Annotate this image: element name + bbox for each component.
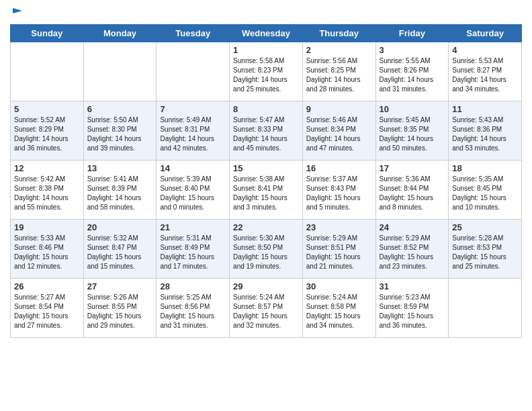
day-info: Sunrise: 5:52 AMSunset: 8:29 PMDaylight:… xyxy=(14,116,80,153)
day-info: Sunrise: 5:35 AMSunset: 8:45 PMDaylight:… xyxy=(452,175,518,212)
calendar-cell: 26Sunrise: 5:27 AMSunset: 8:54 PMDayligh… xyxy=(11,279,84,338)
weekday-header-saturday: Saturday xyxy=(449,25,522,42)
calendar-cell xyxy=(83,42,157,101)
calendar-cell: 3Sunrise: 5:55 AMSunset: 8:26 PMDaylight… xyxy=(375,42,449,101)
calendar-week-row: 19Sunrise: 5:33 AMSunset: 8:46 PMDayligh… xyxy=(11,220,522,279)
calendar-week-row: 5Sunrise: 5:52 AMSunset: 8:29 PMDaylight… xyxy=(11,101,522,161)
day-info: Sunrise: 5:29 AMSunset: 8:52 PMDaylight:… xyxy=(380,234,445,271)
calendar-cell: 17Sunrise: 5:36 AMSunset: 8:44 PMDayligh… xyxy=(375,161,449,220)
day-number: 23 xyxy=(306,222,372,232)
day-number: 14 xyxy=(160,163,226,173)
calendar-week-row: 26Sunrise: 5:27 AMSunset: 8:54 PMDayligh… xyxy=(11,279,522,338)
day-number: 4 xyxy=(452,45,518,55)
calendar-cell: 29Sunrise: 5:24 AMSunset: 8:57 PMDayligh… xyxy=(230,279,303,338)
day-info: Sunrise: 5:45 AMSunset: 8:35 PMDaylight:… xyxy=(380,116,445,153)
day-info: Sunrise: 5:49 AMSunset: 8:31 PMDaylight:… xyxy=(160,116,226,153)
calendar-cell: 30Sunrise: 5:24 AMSunset: 8:58 PMDayligh… xyxy=(302,279,375,338)
calendar-cell: 4Sunrise: 5:53 AMSunset: 8:27 PMDaylight… xyxy=(449,42,522,101)
day-number: 29 xyxy=(233,281,299,291)
day-info: Sunrise: 5:47 AMSunset: 8:33 PMDaylight:… xyxy=(233,116,299,153)
calendar-cell: 6Sunrise: 5:50 AMSunset: 8:30 PMDaylight… xyxy=(83,101,157,161)
calendar-cell: 25Sunrise: 5:28 AMSunset: 8:53 PMDayligh… xyxy=(449,220,522,279)
day-number: 24 xyxy=(380,222,445,232)
day-number: 30 xyxy=(306,281,372,291)
calendar-cell: 22Sunrise: 5:30 AMSunset: 8:50 PMDayligh… xyxy=(230,220,303,279)
day-number: 26 xyxy=(14,281,80,291)
calendar-cell: 13Sunrise: 5:41 AMSunset: 8:39 PMDayligh… xyxy=(83,161,157,220)
day-number: 3 xyxy=(380,45,445,55)
day-number: 22 xyxy=(233,222,299,232)
calendar-cell xyxy=(157,42,230,101)
calendar-cell xyxy=(449,279,522,338)
day-info: Sunrise: 5:46 AMSunset: 8:34 PMDaylight:… xyxy=(306,116,372,153)
calendar-cell: 27Sunrise: 5:26 AMSunset: 8:55 PMDayligh… xyxy=(83,279,157,338)
day-info: Sunrise: 5:38 AMSunset: 8:41 PMDaylight:… xyxy=(233,175,299,212)
day-info: Sunrise: 5:56 AMSunset: 8:25 PMDaylight:… xyxy=(306,56,372,94)
day-info: Sunrise: 5:41 AMSunset: 8:39 PMDaylight:… xyxy=(87,175,153,212)
logo-flag-icon xyxy=(11,7,24,19)
day-number: 15 xyxy=(233,163,299,173)
day-info: Sunrise: 5:36 AMSunset: 8:44 PMDaylight:… xyxy=(380,175,445,212)
day-info: Sunrise: 5:33 AMSunset: 8:46 PMDaylight:… xyxy=(14,234,80,271)
calendar-cell: 10Sunrise: 5:45 AMSunset: 8:35 PMDayligh… xyxy=(375,101,449,161)
page: SundayMondayTuesdayWednesdayThursdayFrid… xyxy=(0,0,532,411)
calendar-cell: 24Sunrise: 5:29 AMSunset: 8:52 PMDayligh… xyxy=(375,220,449,279)
day-number: 21 xyxy=(160,222,226,232)
day-number: 25 xyxy=(452,222,518,232)
day-info: Sunrise: 5:23 AMSunset: 8:59 PMDaylight:… xyxy=(380,293,445,330)
weekday-header-monday: Monday xyxy=(83,25,157,42)
day-number: 12 xyxy=(14,163,80,173)
day-info: Sunrise: 5:37 AMSunset: 8:43 PMDaylight:… xyxy=(306,175,372,212)
day-number: 17 xyxy=(380,163,445,173)
calendar-cell: 23Sunrise: 5:29 AMSunset: 8:51 PMDayligh… xyxy=(302,220,375,279)
day-info: Sunrise: 5:26 AMSunset: 8:55 PMDaylight:… xyxy=(87,293,153,330)
day-info: Sunrise: 5:39 AMSunset: 8:40 PMDaylight:… xyxy=(160,175,226,212)
calendar-cell: 31Sunrise: 5:23 AMSunset: 8:59 PMDayligh… xyxy=(375,279,449,338)
calendar-cell: 14Sunrise: 5:39 AMSunset: 8:40 PMDayligh… xyxy=(157,161,230,220)
day-info: Sunrise: 5:42 AMSunset: 8:38 PMDaylight:… xyxy=(14,175,80,212)
calendar-cell: 20Sunrise: 5:32 AMSunset: 8:47 PMDayligh… xyxy=(83,220,157,279)
day-info: Sunrise: 5:27 AMSunset: 8:54 PMDaylight:… xyxy=(14,293,80,330)
day-number: 19 xyxy=(14,222,80,232)
day-number: 10 xyxy=(380,104,445,114)
weekday-header-sunday: Sunday xyxy=(11,25,84,42)
day-number: 6 xyxy=(87,104,153,114)
day-info: Sunrise: 5:58 AMSunset: 8:23 PMDaylight:… xyxy=(233,56,299,94)
day-info: Sunrise: 5:24 AMSunset: 8:57 PMDaylight:… xyxy=(233,293,299,330)
day-info: Sunrise: 5:53 AMSunset: 8:27 PMDaylight:… xyxy=(452,56,518,94)
day-info: Sunrise: 5:32 AMSunset: 8:47 PMDaylight:… xyxy=(87,234,153,271)
day-info: Sunrise: 5:30 AMSunset: 8:50 PMDaylight:… xyxy=(233,234,299,271)
calendar-cell: 21Sunrise: 5:31 AMSunset: 8:49 PMDayligh… xyxy=(157,220,230,279)
day-number: 1 xyxy=(233,45,299,55)
day-number: 28 xyxy=(160,281,226,291)
logo xyxy=(10,7,24,19)
day-info: Sunrise: 5:24 AMSunset: 8:58 PMDaylight:… xyxy=(306,293,372,330)
calendar-cell xyxy=(11,42,84,101)
day-number: 5 xyxy=(14,104,80,114)
calendar-cell: 8Sunrise: 5:47 AMSunset: 8:33 PMDaylight… xyxy=(230,101,303,161)
day-number: 13 xyxy=(87,163,153,173)
day-number: 27 xyxy=(87,281,153,291)
calendar-table: SundayMondayTuesdayWednesdayThursdayFrid… xyxy=(10,24,522,338)
calendar-cell: 11Sunrise: 5:43 AMSunset: 8:36 PMDayligh… xyxy=(449,101,522,161)
calendar-cell: 12Sunrise: 5:42 AMSunset: 8:38 PMDayligh… xyxy=(11,161,84,220)
day-info: Sunrise: 5:25 AMSunset: 8:56 PMDaylight:… xyxy=(160,293,226,330)
day-info: Sunrise: 5:43 AMSunset: 8:36 PMDaylight:… xyxy=(452,116,518,153)
day-number: 9 xyxy=(306,104,372,114)
day-info: Sunrise: 5:29 AMSunset: 8:51 PMDaylight:… xyxy=(306,234,372,271)
day-info: Sunrise: 5:50 AMSunset: 8:30 PMDaylight:… xyxy=(87,116,153,153)
day-info: Sunrise: 5:55 AMSunset: 8:26 PMDaylight:… xyxy=(380,56,445,94)
day-number: 8 xyxy=(233,104,299,114)
calendar-cell: 2Sunrise: 5:56 AMSunset: 8:25 PMDaylight… xyxy=(302,42,375,101)
day-number: 20 xyxy=(87,222,153,232)
header xyxy=(10,7,522,19)
calendar-cell: 9Sunrise: 5:46 AMSunset: 8:34 PMDaylight… xyxy=(302,101,375,161)
weekday-header-row: SundayMondayTuesdayWednesdayThursdayFrid… xyxy=(11,25,522,42)
weekday-header-thursday: Thursday xyxy=(302,25,375,42)
calendar-week-row: 12Sunrise: 5:42 AMSunset: 8:38 PMDayligh… xyxy=(11,161,522,220)
day-number: 11 xyxy=(452,104,518,114)
calendar-week-row: 1Sunrise: 5:58 AMSunset: 8:23 PMDaylight… xyxy=(11,42,522,101)
calendar-cell: 19Sunrise: 5:33 AMSunset: 8:46 PMDayligh… xyxy=(11,220,84,279)
day-number: 16 xyxy=(306,163,372,173)
weekday-header-wednesday: Wednesday xyxy=(230,25,303,42)
